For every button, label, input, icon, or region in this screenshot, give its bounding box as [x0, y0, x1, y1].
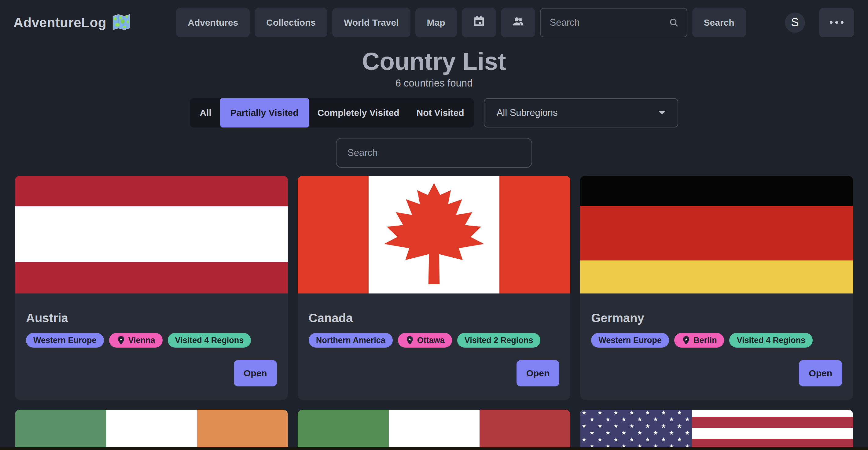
- country-name: Germany: [591, 311, 842, 325]
- capital-badge: Vienna: [109, 333, 163, 348]
- country-card-partial-usa: [580, 410, 853, 450]
- tab-all[interactable]: All: [191, 98, 220, 127]
- search-button[interactable]: Search: [692, 8, 746, 37]
- country-card-partial-ireland: [15, 410, 288, 450]
- nav-links: Adventures Collections World Travel Map: [176, 8, 535, 37]
- card-body: Germany Western Europe Berlin Visited 4 …: [580, 311, 853, 348]
- ellipsis-icon: [830, 21, 843, 24]
- austria-flag: [15, 176, 288, 294]
- calendar-button[interactable]: [462, 8, 496, 37]
- visited-regions-badge: Visited 2 Regions: [457, 333, 541, 348]
- overflow-menu-button[interactable]: [819, 8, 854, 37]
- map-pin-icon: [682, 336, 691, 345]
- open-button[interactable]: Open: [234, 360, 277, 386]
- world-map-emoji-icon: [113, 14, 130, 31]
- usa-flag: [580, 410, 853, 450]
- subregion-dropdown-value: All Subregions: [497, 107, 558, 118]
- maple-leaf-icon: [378, 181, 490, 289]
- navbar-search: [540, 8, 687, 37]
- region-badge: Western Europe: [26, 333, 104, 348]
- countries-found-count: 6 countries found: [0, 77, 868, 89]
- country-card-canada: Canada Northern America Ottawa Visited 2…: [298, 176, 570, 400]
- usa-flag-canton: [580, 410, 692, 450]
- navbar-search-input[interactable]: [540, 8, 687, 37]
- visited-regions-badge: Visited 4 Regions: [729, 333, 813, 348]
- nav-map-button[interactable]: Map: [415, 8, 457, 37]
- card-body: Canada Northern America Ottawa Visited 2…: [298, 311, 570, 348]
- card-body: Austria Western Europe Vienna Visited 4 …: [15, 311, 288, 348]
- capital-badge: Berlin: [674, 333, 724, 348]
- users-button[interactable]: [501, 8, 535, 37]
- badge-row: Northern America Ottawa Visited 2 Region…: [309, 333, 560, 348]
- map-pin-icon: [405, 336, 414, 345]
- tab-not-visited[interactable]: Not Visited: [408, 98, 472, 127]
- nav-world-travel-button[interactable]: World Travel: [332, 8, 410, 37]
- tab-partially-visited[interactable]: Partially Visited: [220, 98, 309, 127]
- capital-badge: Ottawa: [398, 333, 452, 348]
- nav-adventures-button[interactable]: Adventures: [176, 8, 250, 37]
- tab-completely-visited[interactable]: Completely Visited: [309, 98, 408, 127]
- avatar[interactable]: S: [785, 12, 805, 33]
- page-title: Country List: [0, 48, 868, 76]
- users-icon: [512, 15, 524, 30]
- country-card-austria: Austria Western Europe Vienna Visited 4 …: [15, 176, 288, 400]
- ireland-flag: [15, 410, 288, 450]
- country-card-partial-italy: [298, 410, 570, 450]
- visited-regions-badge: Visited 4 Regions: [168, 333, 251, 348]
- country-grid: Austria Western Europe Vienna Visited 4 …: [15, 176, 853, 450]
- country-name: Austria: [26, 311, 277, 325]
- badge-row: Western Europe Vienna Visited 4 Regions: [26, 333, 277, 348]
- country-search-row: [0, 138, 868, 168]
- brand-name: AdventureLog: [13, 15, 106, 30]
- germany-flag: [580, 176, 853, 294]
- region-badge: Western Europe: [591, 333, 669, 348]
- capital-name: Berlin: [693, 336, 717, 345]
- navbar: AdventureLog Adventures Collections Worl…: [0, 0, 868, 45]
- country-name: Canada: [309, 311, 560, 325]
- canada-flag: [298, 176, 570, 294]
- country-card-germany: Germany Western Europe Berlin Visited 4 …: [580, 176, 853, 400]
- capital-name: Vienna: [128, 336, 155, 345]
- filter-row: All Partially Visited Completely Visited…: [0, 98, 868, 127]
- search-icon: [669, 17, 679, 28]
- country-search-input[interactable]: [336, 138, 532, 168]
- capital-name: Ottawa: [417, 336, 445, 345]
- region-badge: Northern America: [309, 333, 393, 348]
- badge-row: Western Europe Berlin Visited 4 Regions: [591, 333, 842, 348]
- viewport-bottom-edge: [0, 447, 868, 450]
- map-pin-icon: [117, 336, 126, 345]
- open-button[interactable]: Open: [799, 360, 842, 386]
- italy-flag: [298, 410, 570, 450]
- subregion-dropdown[interactable]: All Subregions: [484, 98, 678, 127]
- brand[interactable]: AdventureLog: [13, 14, 130, 31]
- nav-collections-button[interactable]: Collections: [255, 8, 327, 37]
- calendar-icon: [472, 15, 485, 30]
- chevron-down-icon: [659, 111, 665, 115]
- open-button[interactable]: Open: [517, 360, 560, 386]
- visit-filter-tabs: All Partially Visited Completely Visited…: [190, 98, 474, 127]
